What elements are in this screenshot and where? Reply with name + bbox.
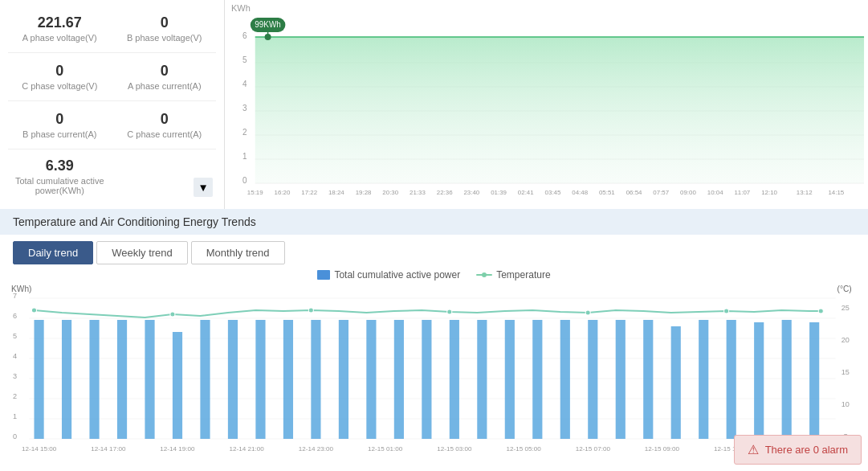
svg-text:1: 1 (13, 412, 17, 420)
svg-text:10:04: 10:04 (707, 189, 723, 196)
svg-text:05:51: 05:51 (599, 189, 615, 196)
svg-text:5: 5 (242, 55, 247, 64)
power-legend-icon (317, 270, 330, 280)
svg-point-94 (170, 312, 175, 317)
svg-rect-69 (173, 332, 182, 439)
svg-text:12-15 03:00: 12-15 03:00 (437, 445, 472, 453)
c-phase-voltage: 0 C phase voltage(V) (8, 56, 112, 97)
power-legend-label: Total cumulative active power (334, 269, 460, 281)
svg-text:10: 10 (842, 400, 850, 408)
svg-rect-81 (505, 320, 515, 439)
expand-button[interactable]: ▼ (194, 178, 213, 197)
svg-text:18:24: 18:24 (328, 189, 344, 196)
a-phase-voltage-label: A phase voltage(V) (11, 33, 108, 43)
svg-text:12-14 15:00: 12-14 15:00 (22, 445, 57, 453)
svg-rect-83 (560, 320, 570, 439)
section-header: Temperature and Air Conditioning Energy … (0, 209, 868, 235)
svg-text:12-15 07:00: 12-15 07:00 (576, 445, 611, 453)
svg-text:3: 3 (242, 104, 247, 113)
svg-rect-71 (228, 320, 238, 439)
tab-weekly[interactable]: Weekly trend (96, 241, 188, 264)
a-phase-current-value: 0 (116, 63, 214, 80)
b-phase-voltage-label: B phase voltage(V) (116, 33, 214, 43)
trend-tabs: Daily trend Weekly trend Monthly trend (0, 235, 868, 268)
svg-text:12-14 19:00: 12-14 19:00 (160, 445, 195, 453)
svg-rect-77 (394, 320, 404, 439)
svg-text:6: 6 (242, 31, 247, 40)
svg-point-18 (265, 34, 271, 40)
svg-text:12-15 09:00: 12-15 09:00 (645, 445, 680, 453)
svg-text:23:40: 23:40 (463, 189, 479, 196)
svg-text:11:07: 11:07 (734, 189, 750, 196)
svg-rect-84 (588, 320, 597, 439)
svg-rect-82 (532, 320, 542, 439)
svg-point-98 (724, 309, 729, 313)
svg-point-93 (31, 308, 36, 313)
top-chart-area: KWh 0 1 2 3 4 5 6 (225, 0, 868, 209)
svg-text:12:10: 12:10 (761, 189, 777, 196)
left-metrics-panel: 221.67 A phase voltage(V) 0 B phase volt… (0, 0, 225, 209)
top-chart-svg: 0 1 2 3 4 5 6 (231, 6, 868, 199)
a-phase-voltage-value: 221.67 (11, 14, 108, 31)
svg-text:12-15 05:00: 12-15 05:00 (506, 445, 541, 453)
svg-text:19:28: 19:28 (356, 189, 372, 196)
svg-text:14:15: 14:15 (828, 189, 844, 196)
svg-text:5: 5 (13, 332, 17, 340)
svg-text:0: 0 (242, 176, 247, 185)
svg-rect-89 (727, 320, 736, 439)
svg-marker-14 (255, 37, 864, 183)
svg-text:4: 4 (13, 352, 17, 360)
top-chart-y-label: KWh (231, 3, 251, 13)
svg-text:(°C): (°C) (837, 285, 852, 293)
svg-rect-76 (366, 320, 376, 439)
svg-text:09:00: 09:00 (680, 189, 696, 196)
svg-point-95 (308, 308, 313, 313)
total-power-metric: 6.39 Total cumulative active power(KWh) (8, 153, 112, 200)
svg-text:25: 25 (842, 304, 850, 312)
svg-rect-73 (283, 320, 293, 439)
svg-text:07:57: 07:57 (653, 189, 669, 196)
svg-point-97 (585, 310, 590, 315)
total-power-label: Total cumulative active power(KWh) (11, 176, 108, 195)
svg-text:15:19: 15:19 (247, 189, 263, 196)
svg-rect-75 (339, 320, 348, 439)
b-phase-voltage: 0 B phase voltage(V) (113, 8, 217, 49)
svg-text:6: 6 (13, 312, 17, 320)
svg-text:12-14 17:00: 12-14 17:00 (91, 445, 126, 453)
svg-text:17:22: 17:22 (301, 189, 317, 196)
svg-rect-92 (809, 322, 819, 439)
svg-text:20: 20 (842, 336, 850, 344)
svg-text:12-14 23:00: 12-14 23:00 (299, 445, 334, 453)
a-phase-current: 0 A phase current(A) (113, 56, 217, 97)
svg-rect-80 (477, 320, 487, 439)
svg-text:03:45: 03:45 (545, 189, 561, 196)
tab-monthly[interactable]: Monthly trend (191, 241, 285, 264)
svg-rect-87 (671, 326, 681, 439)
temp-legend-icon (476, 274, 492, 276)
svg-rect-64 (34, 320, 43, 439)
c-phase-current-label: C phase current(A) (116, 129, 214, 139)
alarm-text: There are 0 alarm (765, 444, 848, 456)
svg-rect-86 (643, 320, 653, 439)
svg-rect-88 (699, 320, 708, 439)
c-phase-voltage-label: C phase voltage(V) (11, 81, 108, 91)
bottom-chart-svg: KWh) (°C) 0 1 2 3 4 5 6 7 5 10 15 20 25 (6, 282, 862, 455)
svg-text:2: 2 (13, 392, 17, 400)
svg-rect-68 (145, 320, 154, 439)
svg-rect-79 (450, 320, 459, 439)
bottom-chart-container: KWh) (°C) 0 1 2 3 4 5 6 7 5 10 15 20 25 (6, 282, 862, 455)
tab-daily[interactable]: Daily trend (13, 241, 93, 264)
svg-rect-85 (616, 320, 626, 439)
svg-text:1: 1 (242, 152, 247, 161)
svg-text:7: 7 (13, 292, 17, 300)
svg-text:15: 15 (842, 368, 850, 376)
alarm-toast: ⚠ There are 0 alarm (734, 435, 862, 465)
svg-text:21:33: 21:33 (410, 189, 426, 196)
svg-text:4: 4 (242, 80, 247, 88)
svg-rect-67 (117, 320, 127, 439)
legend-power: Total cumulative active power (317, 269, 460, 281)
svg-text:12-14 21:00: 12-14 21:00 (230, 445, 265, 453)
svg-text:22:36: 22:36 (437, 189, 453, 196)
svg-text:06:54: 06:54 (626, 189, 642, 196)
a-phase-current-label: A phase current(A) (116, 81, 214, 91)
